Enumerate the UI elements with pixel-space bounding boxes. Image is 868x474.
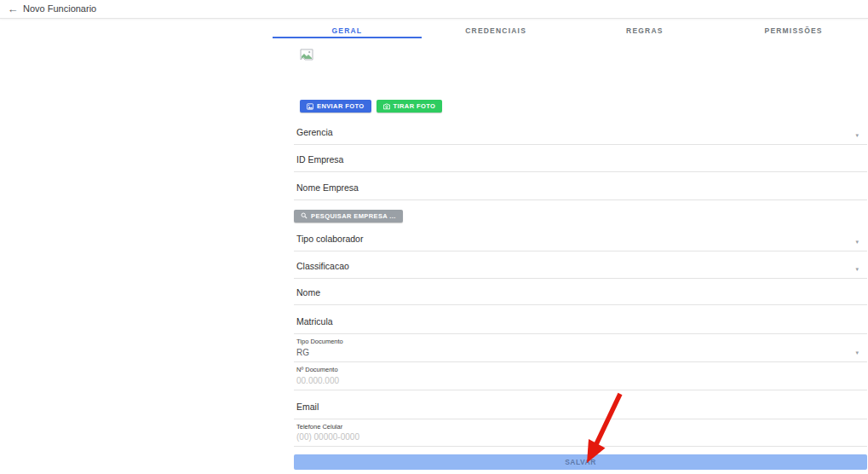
tab-permissoes[interactable]: PERMISSÕES (719, 20, 868, 38)
page-title: Novo Funcionario (23, 3, 96, 14)
field-matricula[interactable]: Matricula (294, 305, 867, 334)
chevron-down-icon[interactable]: ▾ (855, 266, 859, 273)
field-num-documento-placeholder: 00.000.000 (296, 376, 339, 385)
chevron-down-icon[interactable]: ▾ (855, 350, 859, 356)
field-telefone-celular-label: Telefone Celular (296, 423, 342, 431)
field-gerencia-label: Gerencia (296, 127, 333, 137)
field-telefone-celular-placeholder: (00) 00000-0000 (296, 432, 359, 442)
save-button[interactable]: SALVAR (294, 454, 867, 470)
search-icon (301, 212, 308, 219)
field-nome-label: Nome (296, 287, 320, 298)
camera-icon (383, 103, 390, 110)
tab-regras[interactable]: REGRAS (571, 20, 720, 38)
search-company-label: PESQUISAR EMPRESA ... (311, 212, 396, 220)
field-tipo-documento-value: RG (296, 348, 309, 357)
field-email[interactable]: Email (294, 390, 867, 419)
field-tipo-colaborador[interactable]: Tipo colaborador ▾ (294, 220, 867, 251)
field-tipo-documento[interactable]: Tipo Documento RG ▾ (294, 334, 867, 362)
chevron-down-icon[interactable]: ▾ (855, 239, 859, 246)
field-gerencia[interactable]: Gerencia ▾ (294, 118, 867, 145)
field-nome-empresa[interactable]: Nome Empresa (294, 172, 867, 200)
search-company-row: PESQUISAR EMPRESA ... (294, 200, 867, 220)
new-employee-page: ← Novo Funcionario GERAL CREDENCIAIS REG… (0, 0, 868, 474)
broken-image-icon (300, 49, 313, 61)
photo-buttons-row: ENVIAR FOTO TIRAR FOTO (300, 100, 442, 113)
field-id-empresa-label: ID Empresa (296, 154, 343, 165)
upload-photo-label: ENVIAR FOTO (317, 102, 365, 110)
back-arrow-icon[interactable]: ← (5, 3, 20, 16)
image-icon (307, 103, 313, 110)
field-matricula-label: Matricula (296, 316, 333, 327)
field-nome-empresa-label: Nome Empresa (296, 182, 359, 193)
form-fields: Gerencia ▾ ID Empresa Nome Empresa PESQU… (294, 118, 867, 470)
field-tipo-colaborador-label: Tipo colaborador (296, 234, 363, 244)
upload-photo-button[interactable]: ENVIAR FOTO (300, 100, 371, 113)
field-telefone-celular[interactable]: Telefone Celular (00) 00000-0000 (294, 419, 867, 447)
field-email-label: Email (296, 402, 319, 412)
take-photo-label: TIRAR FOTO (394, 102, 436, 110)
app-bar: ← Novo Funcionario (0, 0, 868, 19)
field-num-documento[interactable]: Nº Documento 00.000.000 (294, 362, 867, 390)
field-num-documento-label: Nº Documento (296, 366, 338, 373)
field-tipo-documento-label: Tipo Documento (296, 338, 343, 345)
field-classificacao-label: Classificacao (296, 261, 349, 271)
field-classificacao[interactable]: Classificacao ▾ (294, 251, 867, 279)
chevron-down-icon[interactable]: ▾ (855, 132, 859, 139)
tab-bar: GERAL CREDENCIAIS REGRAS PERMISSÕES (273, 20, 868, 38)
tab-geral[interactable]: GERAL (273, 20, 422, 38)
field-id-empresa[interactable]: ID Empresa (294, 145, 867, 172)
field-nome[interactable]: Nome (294, 279, 867, 305)
take-photo-button[interactable]: TIRAR FOTO (377, 100, 443, 113)
tab-credenciais[interactable]: CREDENCIAIS (422, 20, 571, 38)
